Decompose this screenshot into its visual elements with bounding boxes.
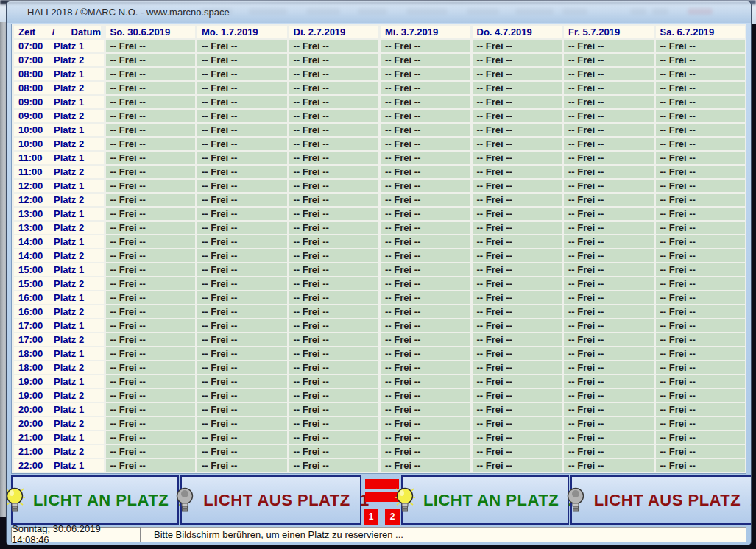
- slot-cell[interactable]: -- Frei --: [106, 361, 196, 374]
- slot-cell[interactable]: -- Frei --: [564, 138, 654, 150]
- slot-cell[interactable]: -- Frei --: [564, 166, 654, 178]
- slot-cell[interactable]: -- Frei --: [473, 277, 562, 290]
- slot-cell[interactable]: -- Frei --: [473, 110, 562, 122]
- slot-cell[interactable]: -- Frei --: [197, 445, 287, 458]
- slot-cell[interactable]: -- Frei --: [289, 222, 379, 234]
- slot-cell[interactable]: -- Frei --: [197, 138, 287, 150]
- slot-cell[interactable]: -- Frei --: [381, 124, 470, 136]
- slot-cell[interactable]: -- Frei --: [656, 166, 746, 178]
- slot-cell[interactable]: -- Frei --: [381, 375, 470, 388]
- slot-cell[interactable]: -- Frei --: [656, 96, 746, 108]
- slot-cell[interactable]: -- Frei --: [197, 235, 287, 248]
- slot-cell[interactable]: -- Frei --: [106, 96, 196, 108]
- slot-cell[interactable]: -- Frei --: [106, 445, 196, 458]
- slot-cell[interactable]: -- Frei --: [197, 305, 287, 318]
- slot-cell[interactable]: -- Frei --: [473, 459, 562, 472]
- slot-cell[interactable]: -- Frei --: [564, 445, 654, 458]
- slot-cell[interactable]: -- Frei --: [564, 222, 654, 234]
- slot-cell[interactable]: -- Frei --: [381, 222, 470, 234]
- slot-cell[interactable]: -- Frei --: [289, 110, 379, 122]
- slot-cell[interactable]: -- Frei --: [289, 180, 379, 192]
- slot-cell[interactable]: -- Frei --: [197, 40, 287, 52]
- slot-cell[interactable]: -- Frei --: [106, 54, 196, 66]
- slot-cell[interactable]: -- Frei --: [289, 68, 379, 80]
- slot-cell[interactable]: -- Frei --: [106, 263, 196, 276]
- slot-cell[interactable]: -- Frei --: [289, 54, 379, 66]
- slot-cell[interactable]: -- Frei --: [197, 459, 287, 472]
- slot-cell[interactable]: -- Frei --: [473, 291, 562, 304]
- slot-cell[interactable]: -- Frei --: [289, 403, 379, 416]
- slot-cell[interactable]: -- Frei --: [656, 305, 746, 318]
- slot-cell[interactable]: -- Frei --: [656, 417, 746, 430]
- slot-cell[interactable]: -- Frei --: [656, 333, 746, 346]
- slot-cell[interactable]: -- Frei --: [197, 152, 287, 164]
- slot-cell[interactable]: -- Frei --: [381, 417, 470, 430]
- slot-cell[interactable]: -- Frei --: [289, 445, 379, 458]
- slot-cell[interactable]: -- Frei --: [381, 445, 470, 458]
- slot-cell[interactable]: -- Frei --: [381, 403, 470, 416]
- slot-cell[interactable]: -- Frei --: [381, 208, 470, 220]
- slot-cell[interactable]: -- Frei --: [564, 333, 654, 346]
- slot-cell[interactable]: -- Frei --: [106, 82, 196, 94]
- slot-cell[interactable]: -- Frei --: [656, 459, 746, 472]
- slot-cell[interactable]: -- Frei --: [381, 333, 470, 346]
- slot-cell[interactable]: -- Frei --: [106, 459, 196, 472]
- slot-cell[interactable]: -- Frei --: [197, 347, 287, 360]
- slot-cell[interactable]: -- Frei --: [656, 82, 746, 94]
- slot-cell[interactable]: -- Frei --: [289, 194, 379, 206]
- slot-cell[interactable]: -- Frei --: [564, 96, 654, 108]
- slot-cell[interactable]: -- Frei --: [106, 403, 196, 416]
- slot-cell[interactable]: -- Frei --: [473, 166, 562, 178]
- slot-cell[interactable]: -- Frei --: [564, 375, 654, 388]
- slot-cell[interactable]: -- Frei --: [106, 277, 196, 290]
- slot-cell[interactable]: -- Frei --: [656, 222, 746, 234]
- slot-cell[interactable]: -- Frei --: [289, 431, 379, 444]
- slot-cell[interactable]: -- Frei --: [656, 319, 746, 332]
- slot-cell[interactable]: -- Frei --: [381, 319, 470, 332]
- slot-cell[interactable]: -- Frei --: [289, 263, 379, 276]
- slot-cell[interactable]: -- Frei --: [656, 375, 746, 388]
- slot-cell[interactable]: -- Frei --: [381, 68, 470, 80]
- slot-cell[interactable]: -- Frei --: [197, 68, 287, 80]
- slot-cell[interactable]: -- Frei --: [197, 361, 287, 374]
- slot-cell[interactable]: -- Frei --: [197, 124, 287, 136]
- slot-cell[interactable]: -- Frei --: [289, 124, 379, 136]
- slot-cell[interactable]: -- Frei --: [564, 347, 654, 360]
- slot-cell[interactable]: -- Frei --: [381, 54, 470, 66]
- slot-cell[interactable]: -- Frei --: [289, 166, 379, 178]
- slot-cell[interactable]: -- Frei --: [106, 347, 196, 360]
- slot-cell[interactable]: -- Frei --: [289, 40, 379, 52]
- slot-cell[interactable]: -- Frei --: [106, 152, 196, 164]
- slot-cell[interactable]: -- Frei --: [197, 110, 287, 122]
- slot-cell[interactable]: -- Frei --: [381, 152, 470, 164]
- slot-cell[interactable]: -- Frei --: [473, 347, 562, 360]
- title-bar[interactable]: HALL2018 / ©MARC N.O. - www.marcno.space: [7, 1, 751, 23]
- slot-cell[interactable]: -- Frei --: [656, 347, 746, 360]
- slot-cell[interactable]: -- Frei --: [564, 277, 654, 290]
- slot-cell[interactable]: -- Frei --: [473, 361, 562, 374]
- slot-cell[interactable]: -- Frei --: [381, 431, 470, 444]
- slot-cell[interactable]: -- Frei --: [289, 389, 379, 402]
- slot-cell[interactable]: -- Frei --: [564, 68, 654, 80]
- slot-cell[interactable]: -- Frei --: [197, 222, 287, 234]
- slot-cell[interactable]: -- Frei --: [564, 152, 654, 164]
- slot-cell[interactable]: -- Frei --: [564, 208, 654, 220]
- slot-cell[interactable]: -- Frei --: [473, 235, 562, 248]
- slot-cell[interactable]: -- Frei --: [106, 431, 196, 444]
- slot-cell[interactable]: -- Frei --: [564, 194, 654, 206]
- slot-cell[interactable]: -- Frei --: [473, 138, 562, 150]
- slot-cell[interactable]: -- Frei --: [564, 263, 654, 276]
- slot-cell[interactable]: -- Frei --: [656, 40, 746, 52]
- slot-cell[interactable]: -- Frei --: [473, 82, 562, 94]
- slot-cell[interactable]: -- Frei --: [197, 319, 287, 332]
- slot-cell[interactable]: -- Frei --: [197, 54, 287, 66]
- slot-cell[interactable]: -- Frei --: [197, 263, 287, 276]
- slot-cell[interactable]: -- Frei --: [381, 305, 470, 318]
- slot-cell[interactable]: -- Frei --: [106, 180, 196, 192]
- slot-cell[interactable]: -- Frei --: [381, 389, 470, 402]
- slot-cell[interactable]: -- Frei --: [197, 431, 287, 444]
- slot-cell[interactable]: -- Frei --: [289, 291, 379, 304]
- slot-cell[interactable]: -- Frei --: [473, 263, 562, 276]
- slot-cell[interactable]: -- Frei --: [473, 54, 562, 66]
- slot-cell[interactable]: -- Frei --: [106, 208, 196, 220]
